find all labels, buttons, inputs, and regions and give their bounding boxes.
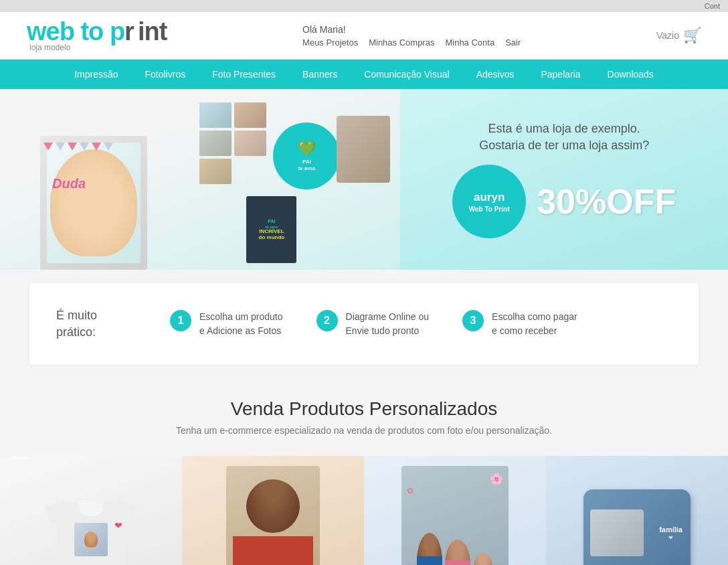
sair-link[interactable]: Sair: [505, 37, 521, 48]
minha-conta-link[interactable]: Minha Conta: [445, 37, 494, 48]
product-card-pillow[interactable]: família ❤: [546, 456, 728, 565]
product-grid: ❤: [0, 456, 728, 565]
step-2-text: Diagrame Online ou Envie tudo pronto: [346, 310, 430, 338]
minhas-compras-link[interactable]: Minhas Compras: [369, 37, 434, 48]
tagline-line1: Esta é uma loja de exemplo.: [479, 120, 649, 137]
header-links: Meus Projetos Minhas Compras Minha Conta…: [302, 37, 521, 48]
step-2-number: 2: [316, 310, 338, 331]
step-3-number: 3: [462, 310, 484, 331]
nav-comunicacao-visual[interactable]: Comunicação Visual: [351, 60, 462, 89]
steps-label: É muitoprático:: [56, 307, 143, 341]
notebook-item: PAI te amo INCRÍVELdo mundo: [246, 196, 296, 263]
header: web to print loja modelo Olá Maria! Meus…: [0, 12, 728, 60]
photo-book: Duda: [40, 136, 147, 270]
cart-label: Vazio: [656, 30, 679, 41]
photo-grid: [199, 102, 266, 184]
product-card-group[interactable]: 🌸 ✿ 2018: [364, 456, 546, 565]
tagline-line2: Gostaria de ter uma loja assim?: [479, 137, 649, 154]
step-3: 3 Escolha como pagar e como receber: [462, 310, 577, 338]
banner-left: Duda PAI: [0, 89, 400, 270]
steps-list: 1 Escolha um produto e Adicione as Fotos…: [170, 310, 672, 338]
banner-content: Duda PAI: [0, 89, 728, 270]
dad-photo: [337, 116, 390, 183]
venda-section: Venda Produtos Personalizados Tenha um e…: [0, 378, 728, 456]
step-1-number: 1: [170, 310, 191, 331]
product-card-portrait[interactable]: [182, 456, 364, 565]
header-nav: Olá Maria! Meus Projetos Minhas Compras …: [302, 24, 521, 48]
promo-brand: auryn: [474, 190, 505, 205]
nav-foto-presentes[interactable]: Foto Presentes: [199, 60, 289, 89]
steps-section: É muitoprático: 1 Escolha um produto e A…: [29, 283, 699, 365]
nav-papelaria[interactable]: Papelaria: [527, 60, 594, 89]
thumb-2: [234, 102, 266, 128]
venda-subtitle: Tenha um e-commerce especializado na ven…: [13, 425, 715, 436]
header-greeting: Olá Maria!: [302, 24, 346, 35]
cart-icon[interactable]: 🛒: [683, 27, 701, 44]
nav-adesivos[interactable]: Adesivos: [463, 60, 528, 89]
banner-right: Esta é uma loja de exemplo. Gostaria de …: [400, 89, 728, 270]
logo-area: web to print loja modelo: [27, 19, 167, 52]
nav-downloads[interactable]: Downloads: [594, 60, 667, 89]
nav-impressao[interactable]: Impressão: [61, 60, 131, 89]
thumb-1: [199, 102, 232, 128]
promo-percent: 30%OFF: [537, 181, 676, 222]
thumb-4: [234, 131, 266, 156]
promo-badge: auryn Web To Print: [452, 165, 526, 238]
top-bar-label: Cont: [705, 2, 720, 10]
step-3-text: Escolha como pagar e como receber: [492, 310, 577, 338]
product-card-tshirt[interactable]: ❤: [0, 456, 182, 565]
step-1-text: Escolha um produto e Adicione as Fotos: [199, 310, 283, 338]
hero-banner: Duda PAI: [0, 89, 728, 270]
nav-banners[interactable]: Banners: [289, 60, 351, 89]
thumb-5: [199, 159, 232, 184]
logo[interactable]: web to print: [27, 19, 167, 44]
meus-projetos-link[interactable]: Meus Projetos: [302, 37, 358, 48]
step-2: 2 Diagrame Online ou Envie tudo pronto: [316, 310, 430, 338]
nav-fotolivros[interactable]: Fotolivros: [131, 60, 199, 89]
heart-sticker: 💚 PAIte amo: [273, 123, 340, 189]
step-1: 1 Escolha um produto e Adicione as Fotos: [170, 310, 283, 338]
top-bar: Cont: [0, 0, 728, 12]
banner-tagline: Esta é uma loja de exemplo. Gostaria de …: [479, 120, 649, 154]
thumb-3: [199, 131, 232, 156]
main-nav: Impressão Fotolivros Foto Presentes Bann…: [0, 60, 728, 89]
promo-sub: Web To Print: [469, 205, 510, 214]
baby-photo: [50, 149, 137, 256]
logo-subtitle: loja modelo: [29, 43, 70, 52]
cart-area[interactable]: Vazio 🛒: [656, 27, 701, 44]
venda-title: Venda Produtos Personalizados: [13, 398, 715, 420]
banner-promo: auryn Web To Print 30%OFF: [452, 165, 676, 238]
